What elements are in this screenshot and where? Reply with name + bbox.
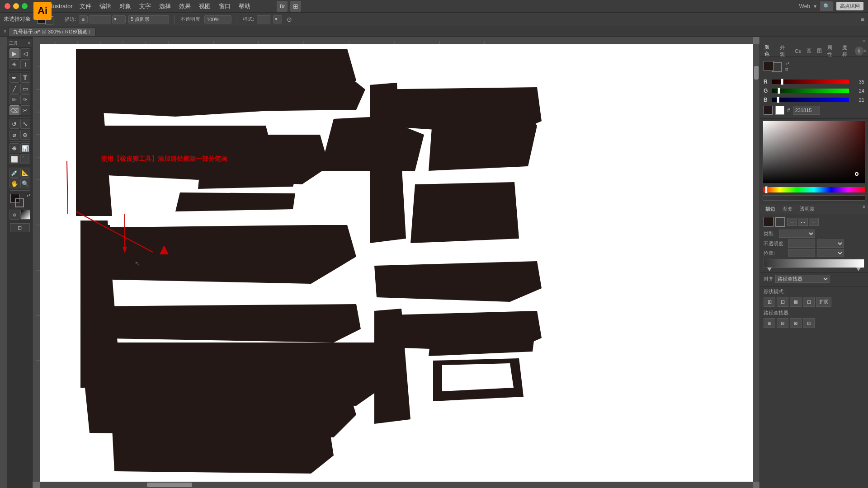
- stroke-dotted[interactable]: ···: [809, 218, 819, 226]
- stroke-dashed[interactable]: - -: [798, 218, 808, 226]
- color-gradient-picker[interactable]: [763, 121, 865, 184]
- menu-effect[interactable]: 效果: [179, 2, 191, 10]
- style-select[interactable]: ▾: [273, 15, 282, 23]
- h-scrollbar[interactable]: [40, 482, 753, 488]
- alpha-slider[interactable]: [763, 195, 865, 201]
- tab-image[interactable]: 画: [804, 47, 814, 55]
- tab-cs[interactable]: Cs: [792, 47, 803, 55]
- shape-intersect-btn[interactable]: ⊠: [790, 297, 802, 307]
- brush-type-value[interactable]: 5 点圆形: [128, 15, 169, 23]
- canvas-bg[interactable]: 使用【橡皮擦工具】添加路径擦除一部分笔画 ↖: [40, 44, 753, 482]
- tab-gradient[interactable]: 渐变: [780, 204, 795, 214]
- graph-tool[interactable]: 📊: [20, 143, 30, 153]
- menu-select[interactable]: 选择: [159, 2, 171, 10]
- eyedropper-tool[interactable]: 💉: [9, 168, 19, 178]
- opacity-value[interactable]: 100%: [204, 15, 231, 23]
- hue-slider[interactable]: [763, 187, 865, 192]
- menu-file[interactable]: 文件: [80, 2, 91, 10]
- g-slider[interactable]: [772, 89, 849, 93]
- slice-tool[interactable]: ⬛: [20, 154, 30, 164]
- grad-stop-left[interactable]: [767, 267, 772, 271]
- zoom-tool[interactable]: 🔍: [20, 178, 30, 188]
- text-tool[interactable]: T: [20, 73, 30, 83]
- color-picker-cursor[interactable]: [855, 172, 859, 176]
- tab-appearance[interactable]: 外观: [777, 43, 793, 59]
- direct-selection-tool[interactable]: ◁: [20, 48, 30, 58]
- v-scroll-thumb[interactable]: [754, 66, 759, 80]
- swap-colors[interactable]: ⇄: [27, 193, 30, 198]
- panel-expand-right[interactable]: ≡: [861, 16, 864, 23]
- stroke-fill-swatch[interactable]: [764, 217, 774, 227]
- b-thumb[interactable]: [777, 97, 779, 103]
- tab-stroke-grad[interactable]: 描边: [763, 204, 778, 214]
- shape-minus-btn[interactable]: ⊟: [777, 297, 788, 307]
- menu-text[interactable]: 文字: [139, 2, 151, 10]
- rotate-tool[interactable]: ↺: [9, 119, 19, 129]
- tab-chart[interactable]: 图: [814, 47, 825, 55]
- pf-btn-3[interactable]: ⊠: [790, 318, 802, 328]
- r-slider[interactable]: [772, 80, 849, 84]
- selection-tool[interactable]: ▶: [9, 48, 19, 58]
- menu-edit[interactable]: 编辑: [99, 2, 111, 10]
- stroke-value[interactable]: [89, 15, 111, 23]
- maximize-button[interactable]: [22, 3, 28, 9]
- reset-btn[interactable]: ⊡: [785, 67, 789, 71]
- stroke-solid[interactable]: ─: [787, 218, 797, 226]
- opacity-input[interactable]: [788, 239, 815, 248]
- pf-btn-4[interactable]: ⊡: [803, 318, 815, 328]
- stroke-select[interactable]: ▾: [112, 15, 126, 23]
- options-icon[interactable]: ⊙: [287, 16, 292, 23]
- position-mode-select[interactable]: [817, 249, 844, 257]
- opacity-mode-select[interactable]: [817, 239, 844, 248]
- panel-info-btn[interactable]: ℹ: [855, 47, 864, 56]
- position-input[interactable]: [788, 249, 815, 257]
- tab-close[interactable]: ×: [4, 29, 6, 34]
- measure-tool[interactable]: 📐: [20, 168, 30, 178]
- lasso-tool[interactable]: ⌇: [20, 59, 30, 69]
- workspace-icon[interactable]: ⊞: [290, 1, 301, 12]
- hue-thumb[interactable]: [765, 186, 768, 193]
- b-slider[interactable]: [772, 98, 849, 102]
- tab-attribute[interactable]: 属性: [825, 43, 840, 59]
- pencil-tool[interactable]: ✑: [20, 94, 30, 104]
- panel-expand-icon[interactable]: ≡: [863, 48, 866, 53]
- fill-indicator[interactable]: [764, 61, 774, 71]
- shape-unite-btn[interactable]: ⊞: [764, 297, 775, 307]
- menu-window[interactable]: 窗口: [219, 2, 231, 10]
- h-scroll-thumb[interactable]: [147, 483, 192, 487]
- gradient-btn[interactable]: G: [20, 210, 30, 220]
- rect-tool[interactable]: ▭: [20, 84, 30, 94]
- gradient-panel-expand[interactable]: ≡: [863, 204, 865, 214]
- screen-mode-btn[interactable]: ⊡: [10, 223, 30, 232]
- reshape-tool[interactable]: ⊕: [20, 130, 30, 140]
- canvas-area[interactable]: 使用【橡皮擦工具】添加路径擦除一部分笔画 ↖: [33, 37, 760, 488]
- search-panel-icon[interactable]: 🔍: [820, 1, 833, 11]
- g-thumb[interactable]: [778, 88, 780, 94]
- magic-wand-tool[interactable]: ✳: [9, 59, 19, 69]
- type-select[interactable]: [779, 230, 815, 238]
- style-swatch[interactable]: [257, 15, 270, 23]
- white-swatch[interactable]: [775, 106, 784, 115]
- close-button[interactable]: [5, 3, 10, 9]
- line-tool[interactable]: ╱: [9, 84, 19, 94]
- gradient-bar[interactable]: [764, 259, 864, 268]
- artboard-tool[interactable]: ⬜: [9, 154, 19, 164]
- menu-object[interactable]: 对象: [119, 2, 131, 10]
- pen-tool[interactable]: ✒: [9, 73, 19, 83]
- r-thumb[interactable]: [781, 79, 783, 85]
- tools-close[interactable]: ×: [28, 41, 30, 46]
- stroke-type-select[interactable]: ≡: [79, 15, 88, 23]
- pf-btn-1[interactable]: ⊞: [764, 318, 775, 328]
- bridge-icon[interactable]: Br: [277, 1, 288, 12]
- stroke-color-box[interactable]: [15, 198, 24, 207]
- swap-btn[interactable]: ⇄: [785, 61, 789, 66]
- grad-stop-right[interactable]: [856, 267, 861, 271]
- hand-tool[interactable]: 🖐: [9, 178, 19, 188]
- eraser-tool[interactable]: ⌫: [9, 105, 19, 115]
- scissors-tool[interactable]: ✂: [20, 105, 30, 115]
- symbol-tool[interactable]: ❋: [9, 143, 19, 153]
- pf-btn-2[interactable]: ⊟: [777, 318, 788, 328]
- stroke-stroke-swatch[interactable]: [775, 217, 785, 227]
- tab-transparency[interactable]: 透明度: [797, 204, 817, 214]
- web-dropdown[interactable]: ▾: [814, 3, 816, 9]
